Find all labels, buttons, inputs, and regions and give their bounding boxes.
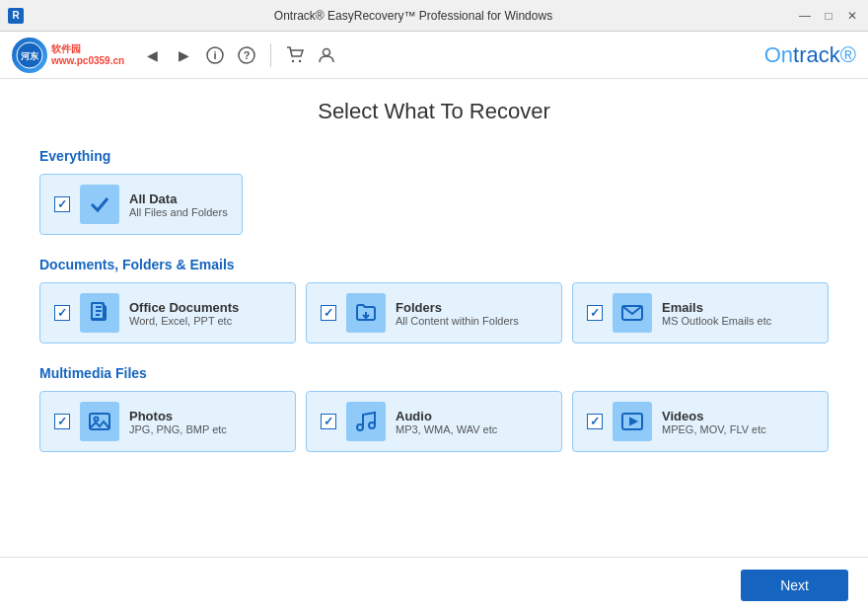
minimize-button[interactable]: — (797, 8, 813, 24)
office-docs-label: Office Documents (129, 300, 239, 315)
footer: Next (0, 557, 868, 612)
photos-sublabel: JPG, PNG, BMP etc (129, 423, 227, 435)
videos-text: Videos MPEG, MOV, FLV etc (662, 409, 766, 435)
photos-label: Photos (129, 409, 227, 423)
folders-label: Folders (396, 300, 519, 315)
all-data-label: All Data (129, 191, 228, 206)
office-docs-check-icon: ✓ (57, 306, 67, 320)
info-button[interactable]: i (203, 43, 227, 67)
photos-check-icon: ✓ (57, 415, 67, 428)
all-data-card[interactable]: ✓ All Data All Files and Folders (39, 174, 243, 235)
svg-point-6 (292, 59, 294, 61)
toolbar-icons: ◀ ▶ i ? (140, 43, 338, 67)
logo-area: 河东 软件园www.pc0359.cn (12, 38, 124, 73)
svg-point-7 (299, 59, 301, 61)
videos-check-icon: ✓ (590, 415, 600, 428)
main-content: Select What To Recover Everything ✓ All … (0, 79, 868, 557)
multimedia-section: Multimedia Files ✓ Photos JPG, PNG, BMP … (39, 365, 829, 452)
emails-icon-box (613, 293, 652, 333)
app-icon: R (8, 8, 24, 24)
office-docs-checkbox[interactable]: ✓ (54, 305, 70, 321)
title-bar-text: Ontrack® EasyRecovery™ Professional for … (30, 9, 797, 23)
toolbar: 河东 软件园www.pc0359.cn ◀ ▶ i ? (0, 32, 868, 79)
title-bar-controls: — □ ✕ (797, 8, 860, 24)
emails-label: Emails (662, 300, 771, 315)
svg-text:河东: 河东 (21, 50, 39, 61)
emails-sublabel: MS Outlook Emails etc (662, 315, 771, 327)
next-button[interactable]: Next (741, 570, 848, 601)
audio-icon-box (346, 402, 386, 441)
everything-options: ✓ All Data All Files and Folders (39, 174, 829, 235)
brand-logo: Ontrack® (764, 42, 856, 68)
user-button[interactable] (315, 43, 338, 67)
svg-point-13 (95, 418, 99, 421)
videos-checkbox[interactable]: ✓ (587, 414, 603, 429)
videos-label: Videos (662, 409, 766, 423)
videos-sublabel: MPEG, MOV, FLV etc (662, 423, 766, 435)
folders-checkbox[interactable]: ✓ (321, 305, 336, 321)
all-data-sublabel: All Files and Folders (129, 206, 228, 218)
svg-text:?: ? (244, 49, 251, 61)
office-docs-sublabel: Word, Excel, PPT etc (129, 315, 239, 327)
maximize-button[interactable]: □ (821, 8, 836, 24)
folders-card[interactable]: ✓ Folders All Content within Folders (306, 282, 562, 344)
emails-checkbox[interactable]: ✓ (587, 305, 603, 321)
cart-button[interactable] (283, 43, 307, 67)
multimedia-options: ✓ Photos JPG, PNG, BMP etc ✓ (39, 391, 829, 452)
everything-section-title: Everything (39, 148, 829, 164)
videos-card[interactable]: ✓ Videos MPEG, MOV, FLV etc (572, 391, 829, 452)
page-title: Select What To Recover (39, 99, 829, 124)
title-bar: R Ontrack® EasyRecovery™ Professional fo… (0, 0, 868, 32)
svg-point-8 (324, 48, 330, 55)
logo-circle: 河东 (12, 38, 47, 73)
forward-button[interactable]: ▶ (172, 43, 195, 67)
help-button[interactable]: ? (235, 43, 258, 67)
folders-check-icon: ✓ (324, 306, 333, 320)
photos-text: Photos JPG, PNG, BMP etc (129, 409, 227, 435)
photos-icon-box (80, 402, 119, 441)
documents-section: Documents, Folders & Emails ✓ Office Doc… (39, 257, 829, 344)
videos-icon-box (613, 402, 652, 441)
audio-text: Audio MP3, WMA, WAV etc (396, 409, 497, 435)
audio-checkbox[interactable]: ✓ (321, 414, 336, 429)
all-data-text: All Data All Files and Folders (129, 191, 228, 218)
folders-icon-box (346, 293, 386, 333)
office-docs-icon-box (80, 293, 119, 333)
logo-text: 软件园www.pc0359.cn (51, 43, 124, 67)
emails-text: Emails MS Outlook Emails etc (662, 300, 771, 327)
audio-check-icon: ✓ (324, 415, 333, 428)
svg-text:i: i (214, 49, 217, 61)
folders-sublabel: All Content within Folders (396, 315, 519, 327)
photos-checkbox[interactable]: ✓ (54, 414, 70, 429)
audio-label: Audio (396, 409, 497, 423)
documents-section-title: Documents, Folders & Emails (39, 257, 829, 272)
multimedia-section-title: Multimedia Files (39, 365, 829, 381)
audio-sublabel: MP3, WMA, WAV etc (396, 423, 497, 435)
emails-check-icon: ✓ (590, 306, 600, 320)
back-button[interactable]: ◀ (140, 43, 164, 67)
all-data-icon-box (80, 185, 119, 224)
audio-card[interactable]: ✓ Audio MP3, WMA, WAV etc (306, 391, 562, 452)
svg-point-15 (369, 422, 375, 428)
documents-options: ✓ Office Documents Word, Excel, PPT etc (39, 282, 829, 344)
svg-point-14 (357, 424, 363, 430)
close-button[interactable]: ✕ (844, 8, 860, 24)
all-data-check-icon: ✓ (57, 197, 67, 211)
svg-marker-17 (630, 419, 636, 424)
toolbar-separator (270, 43, 271, 67)
all-data-checkbox[interactable]: ✓ (54, 196, 70, 212)
office-docs-text: Office Documents Word, Excel, PPT etc (129, 300, 239, 327)
photos-card[interactable]: ✓ Photos JPG, PNG, BMP etc (39, 391, 296, 452)
emails-card[interactable]: ✓ Emails MS Outlook Emails etc (572, 282, 829, 344)
office-docs-card[interactable]: ✓ Office Documents Word, Excel, PPT etc (39, 282, 296, 344)
folders-text: Folders All Content within Folders (396, 300, 519, 327)
